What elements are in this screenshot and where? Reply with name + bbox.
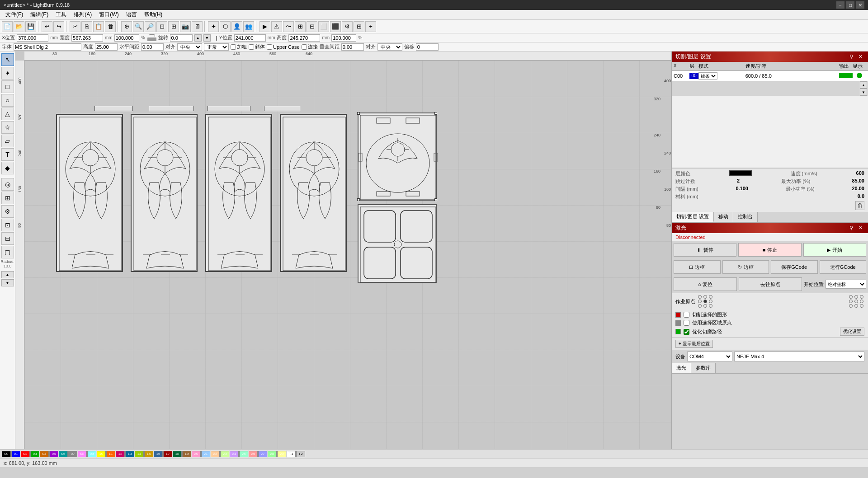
origin-dot2-mc[interactable] [854, 300, 858, 303]
font-input[interactable] [14, 43, 81, 51]
import-button[interactable]: ⊕ [121, 21, 132, 32]
optimize-settings-button[interactable]: 优化设置 [840, 328, 864, 336]
color-swatch-15[interactable]: 15 [144, 451, 153, 457]
connect-checkbox-label[interactable]: 连接 [302, 43, 318, 50]
color-swatch-25[interactable]: 25 [239, 451, 248, 457]
triangle-tool[interactable]: △ [1, 108, 14, 120]
maximize-button[interactable]: □ [846, 1, 854, 9]
color-swatch-11[interactable]: 11 [106, 451, 115, 457]
radius-down-button[interactable]: ▼ [1, 279, 14, 286]
color-swatch-20[interactable]: 20 [192, 451, 201, 457]
select-tool[interactable]: ↖ [1, 53, 14, 66]
origin-dot-bl[interactable] [698, 304, 702, 308]
group-button[interactable]: ⬜ [318, 21, 329, 32]
italic-checkbox-label[interactable]: 斜体 [249, 43, 265, 50]
crop-tool[interactable]: ⊟ [1, 232, 14, 245]
menu-arrange[interactable]: 排列(A) [70, 10, 95, 19]
color-swatch-01[interactable]: 01 [11, 451, 20, 457]
point-tool[interactable]: ◆ [1, 162, 14, 174]
layer-scroll-up[interactable]: ▲ [860, 81, 867, 89]
color-swatch-29[interactable]: 29 [277, 451, 286, 457]
color-swatch-05[interactable]: 05 [49, 451, 58, 457]
origin-dot2-tl[interactable] [849, 295, 853, 299]
canvas-area[interactable]: 80 160 240 320 400 480 560 640 400 320 2… [15, 52, 671, 449]
frame1-button[interactable]: ⊡ 边框 [674, 260, 721, 274]
use-selection-checkbox[interactable] [684, 320, 689, 326]
bold-checkbox[interactable] [231, 44, 236, 50]
save-button[interactable]: 💾 [25, 21, 36, 32]
color-swatch-10[interactable]: 10 [97, 451, 106, 457]
edit-node-tool[interactable]: ✦ [1, 67, 14, 80]
user-button[interactable]: 👤 [231, 21, 242, 32]
origin-dot2-mr[interactable] [860, 300, 863, 303]
rotate-up-button[interactable]: ▲ [194, 34, 202, 42]
origin-dot-tc[interactable] [703, 295, 707, 299]
radius-up-button[interactable]: ▲ [1, 271, 14, 278]
rotate-input[interactable] [170, 34, 193, 42]
home-button[interactable]: ⌂ 复位 [674, 277, 737, 291]
color-swatch-27[interactable]: 27 [258, 451, 267, 457]
tab-move[interactable]: 移动 [714, 212, 733, 222]
play-button[interactable]: ▶ [259, 21, 270, 32]
y-input[interactable] [234, 34, 266, 42]
star-tool[interactable]: ☆ [1, 121, 14, 134]
node-edit-button[interactable]: ✦ [208, 21, 219, 32]
close-button[interactable]: ✕ [856, 1, 864, 9]
start-pos-select[interactable]: 绝对坐标 [826, 280, 866, 289]
plus-button[interactable]: + [365, 21, 376, 32]
color-swatch-28[interactable]: 28 [268, 451, 277, 457]
distribute-button[interactable]: ⊟ [307, 21, 317, 32]
menu-language[interactable]: 语言 [123, 10, 141, 19]
color-swatch-24[interactable]: 24 [230, 451, 239, 457]
panel-close-button[interactable]: ✕ [857, 54, 864, 60]
zoom-in-button[interactable]: 🔍 [133, 21, 144, 32]
menu-window[interactable]: 窗口(W) [95, 10, 122, 19]
color-swatch-18[interactable]: 18 [173, 451, 182, 457]
color-swatch-14[interactable]: 14 [135, 451, 144, 457]
origin-dot2-bl[interactable] [849, 304, 853, 308]
laser-panel-close[interactable]: ✕ [857, 225, 864, 231]
zoom-fit-button[interactable]: ⊡ [156, 21, 167, 32]
offset-input[interactable] [416, 43, 439, 51]
origin-dot-tl[interactable] [698, 295, 702, 299]
zoom-out-button[interactable]: 🔎 [145, 21, 156, 32]
origin-dot-mr[interactable] [709, 300, 712, 303]
align-button[interactable]: ⊞ [295, 21, 306, 32]
copy-button[interactable]: ⎘ [81, 21, 92, 32]
origin-button[interactable]: 去往原点 [739, 277, 802, 291]
x-input[interactable] [17, 34, 48, 42]
optimize-checkbox[interactable] [684, 329, 689, 335]
round-rect-tool[interactable]: ▢ [1, 246, 14, 258]
connect-checkbox[interactable] [302, 44, 307, 50]
upper-checkbox-label[interactable]: Upper Case [267, 44, 300, 50]
layer-color-swatch[interactable] [729, 170, 752, 176]
size-input[interactable] [95, 43, 118, 51]
delete-button[interactable]: 🗑 [105, 21, 116, 32]
origin-dot2-tr[interactable] [860, 295, 863, 299]
ellipse-tool[interactable]: ◎ [1, 178, 14, 191]
tab-laser[interactable]: 激光 [672, 363, 691, 373]
color-swatch-T1[interactable]: T1 [287, 451, 296, 457]
layer-mode-select[interactable]: 线条 [698, 72, 717, 80]
camera-button[interactable]: 📷 [180, 21, 191, 32]
minimize-button[interactable]: − [836, 1, 844, 9]
origin-dot2-tc[interactable] [854, 295, 858, 299]
color-swatch-13[interactable]: 13 [125, 451, 134, 457]
start-button[interactable]: ▶ 开始 [803, 243, 866, 257]
color-swatch-03[interactable]: 03 [30, 451, 39, 457]
cut-button[interactable]: ✂ [70, 21, 80, 32]
paste-button[interactable]: 📋 [93, 21, 104, 32]
rect-tool[interactable]: □ [1, 80, 14, 93]
save-gcode-button[interactable]: 保存GCode [771, 260, 818, 274]
origin-dot-mc[interactable] [703, 300, 707, 303]
device-select[interactable]: COM4 [687, 351, 732, 361]
bold-checkbox-label[interactable]: 加粗 [231, 43, 247, 50]
parallelogram-tool[interactable]: ▱ [1, 135, 14, 147]
tab-console[interactable]: 控制台 [733, 212, 758, 222]
color-swatch-T2[interactable]: T2 [296, 451, 305, 457]
redo-button[interactable]: ↪ [53, 21, 64, 32]
origin-dot2-bc[interactable] [854, 304, 858, 308]
upper-checkbox[interactable] [267, 44, 272, 50]
tab-cut-layer[interactable]: 切割/图层 设置 [672, 212, 714, 222]
color-swatch-17[interactable]: 17 [163, 451, 172, 457]
